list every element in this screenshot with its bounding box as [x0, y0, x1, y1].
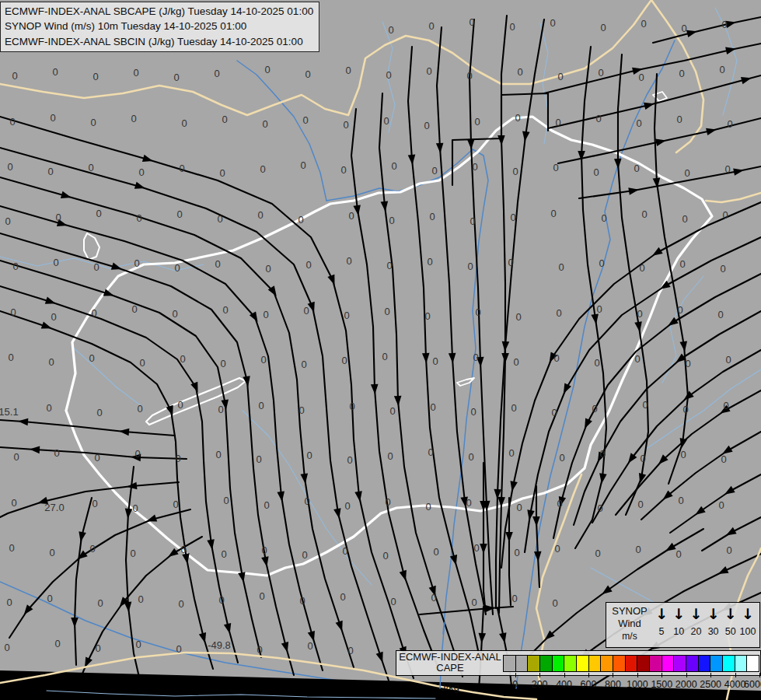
- grid-value-label: 0: [7, 161, 12, 173]
- grid-value-label: 0: [428, 20, 434, 32]
- grid-value-label: 0: [426, 65, 431, 77]
- grid-value-label: 0: [382, 550, 388, 562]
- grid-value-label: 0: [383, 115, 389, 127]
- grid-value-label: 0: [174, 262, 180, 274]
- grid-value-label: 0: [641, 18, 646, 30]
- grid-value-label: 0: [600, 22, 606, 33]
- grid-value-label: 0: [641, 208, 647, 220]
- grid-value-label: 0: [264, 499, 269, 511]
- grid-value-label: 0: [385, 496, 390, 508]
- grid-value-label: 0: [345, 65, 351, 76]
- grid-value-label: 0: [516, 502, 522, 513]
- grid-value-label: 0: [5, 215, 10, 227]
- cape-tick-label: 2000: [675, 679, 697, 690]
- grid-value-label: 0: [682, 404, 688, 415]
- grid-value-label: 0: [300, 159, 305, 171]
- grid-value-label: 0: [469, 16, 474, 28]
- map-canvas: 0000000000000000000000000000000000000000…: [0, 0, 761, 700]
- grid-value-label: 0: [53, 257, 58, 268]
- grid-value-label: 0: [596, 303, 602, 315]
- grid-value-label: 0: [134, 257, 139, 269]
- grid-value-label: 0: [515, 311, 521, 323]
- grid-value-label: 0: [47, 166, 53, 177]
- title-line-wind: SYNOP Wind (m/s) 10m Tuesday 14-10-2025 …: [5, 19, 313, 33]
- grid-value-label: 0: [597, 502, 602, 514]
- grid-value-label: 0: [555, 117, 560, 128]
- grid-value-label: 0: [470, 215, 475, 227]
- grid-value-label: 0: [466, 70, 472, 82]
- grid-value-label: 0: [349, 401, 354, 412]
- wind-arrow-down-icon: ↓: [739, 604, 756, 624]
- grid-value-label: 0: [11, 497, 16, 509]
- cape-color-cell: [539, 655, 553, 672]
- grid-value-label: 0: [218, 594, 224, 606]
- cape-color-cell: [625, 655, 638, 672]
- grid-value-label: 0: [95, 642, 100, 654]
- grid-value-label: 0: [299, 595, 305, 607]
- cape-tick-mark: [515, 673, 516, 677]
- title-line-sbcape: ECMWF-INDEX-ANAL SBCAPE (J/kg) Tuesday 1…: [5, 4, 313, 19]
- cape-colorbar: [503, 655, 759, 672]
- grid-value-label: 0: [215, 258, 220, 270]
- cape-legend: ECMWF-INDEX-ANAL CAPE J/kg 0200400600800…: [396, 650, 761, 700]
- grid-value-label: 0: [475, 306, 480, 318]
- grid-value-label: 0: [558, 261, 564, 273]
- grid-value-label: 0: [214, 68, 219, 79]
- grid-value-label: 0: [220, 358, 225, 369]
- grid-value-label: 0: [179, 163, 184, 174]
- grid-value-label: 0: [306, 450, 312, 461]
- grid-value-label: 0: [592, 403, 597, 415]
- grid-value-label: 0: [94, 452, 99, 464]
- grid-value-label: 0: [180, 544, 186, 555]
- grid-value-label: 0: [215, 449, 221, 460]
- grid-value-label: 0: [515, 112, 520, 124]
- grid-value-label: 0: [634, 163, 639, 174]
- grid-value-label: 0: [685, 358, 690, 369]
- grid-value-label: 0: [391, 160, 396, 172]
- grid-value-label: 0: [557, 498, 562, 509]
- cape-color-cell: [515, 655, 529, 672]
- cape-color-cell: [613, 655, 626, 672]
- wind-speed-label: 30: [708, 626, 719, 637]
- grid-value-label: 0: [51, 311, 56, 323]
- grid-value-label: 0: [514, 547, 519, 558]
- cape-color-cell: [600, 655, 613, 672]
- weather-map-page: 0000000000000000000000000000000000000000…: [0, 0, 761, 700]
- grid-value-label: 0: [265, 263, 271, 275]
- grid-value-label: 0: [389, 215, 394, 226]
- grid-value-label: 0: [261, 544, 267, 556]
- grid-value-label: 0: [677, 304, 682, 316]
- wind-speed-label: 50: [725, 626, 736, 637]
- grid-value-label: 0: [717, 309, 723, 320]
- grid-value-label: 0: [180, 353, 185, 365]
- grid-value-label: 0: [219, 167, 225, 179]
- grid-value-label: 0: [344, 500, 350, 512]
- cape-tick-mark: [539, 673, 540, 677]
- cape-tick-mark: [637, 673, 638, 677]
- grid-value-label: 0: [303, 305, 309, 317]
- grid-value-label: 0: [724, 163, 730, 175]
- grid-value-label: 0: [93, 71, 98, 82]
- cape-color-cell: [637, 655, 650, 672]
- grid-value-label: 0: [640, 453, 645, 464]
- grid-value-label: 0: [90, 117, 96, 128]
- grid-value-label: 0: [595, 548, 600, 559]
- grid-value-label: 0: [9, 116, 15, 128]
- grid-value-label: 0: [721, 453, 726, 465]
- grid-value-label: 0: [639, 262, 644, 274]
- cape-tick-label: 600: [581, 679, 597, 690]
- grid-value-label: 0: [258, 400, 264, 411]
- cape-color-cell: [686, 655, 699, 672]
- grid-value-label: 0: [304, 495, 309, 507]
- wind-arrow-down-icon: ↓: [705, 604, 722, 624]
- grid-value-label: 0: [468, 451, 473, 463]
- grid-value-label: 0: [637, 308, 642, 320]
- grid-value-label: 0: [513, 356, 518, 368]
- grid-value-label: 0: [263, 309, 268, 320]
- grid-value-label: 0: [679, 258, 685, 270]
- grid-value-label: 0: [302, 114, 308, 126]
- cape-color-cell: [564, 655, 577, 672]
- grid-value-label: 0: [97, 597, 103, 609]
- cape-color-cell: [649, 655, 662, 672]
- wind-legend-label: SYNOP Wind m/s: [606, 603, 653, 647]
